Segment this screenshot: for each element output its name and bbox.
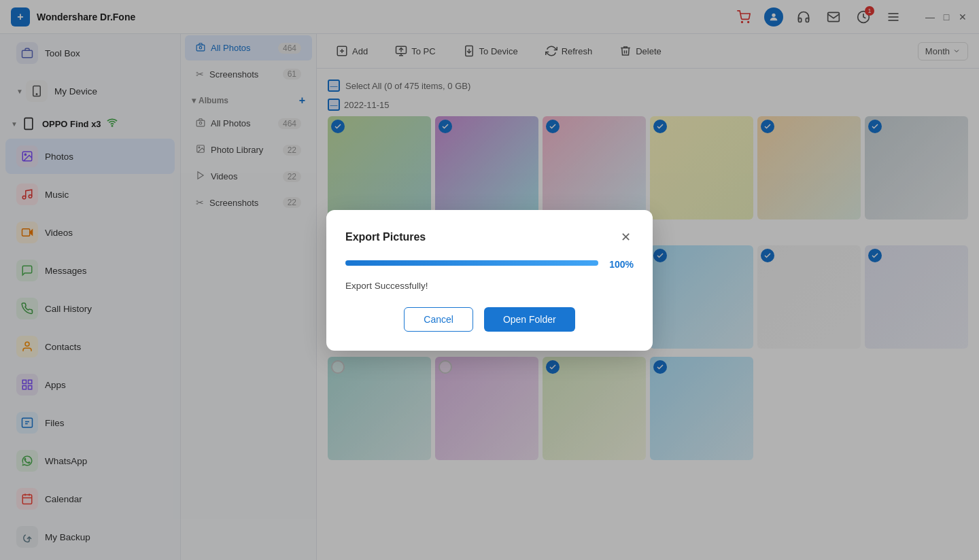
progress-bar-fill <box>345 260 598 266</box>
modal-close-button[interactable]: ✕ <box>617 229 634 245</box>
export-modal: Export Pictures ✕ 100% Export Successful… <box>326 210 653 351</box>
progress-row: 100% <box>345 259 634 274</box>
open-folder-button[interactable]: Open Folder <box>484 307 575 332</box>
modal-title: Export Pictures <box>345 231 426 243</box>
modal-header: Export Pictures ✕ <box>345 229 634 245</box>
progress-percent: 100% <box>605 259 634 270</box>
export-success-text: Export Successfully! <box>345 281 634 291</box>
modal-actions: Cancel Open Folder <box>345 307 634 332</box>
export-modal-overlay: Export Pictures ✕ 100% Export Successful… <box>0 0 979 560</box>
cancel-button[interactable]: Cancel <box>404 307 473 332</box>
progress-bar-bg <box>345 260 598 266</box>
